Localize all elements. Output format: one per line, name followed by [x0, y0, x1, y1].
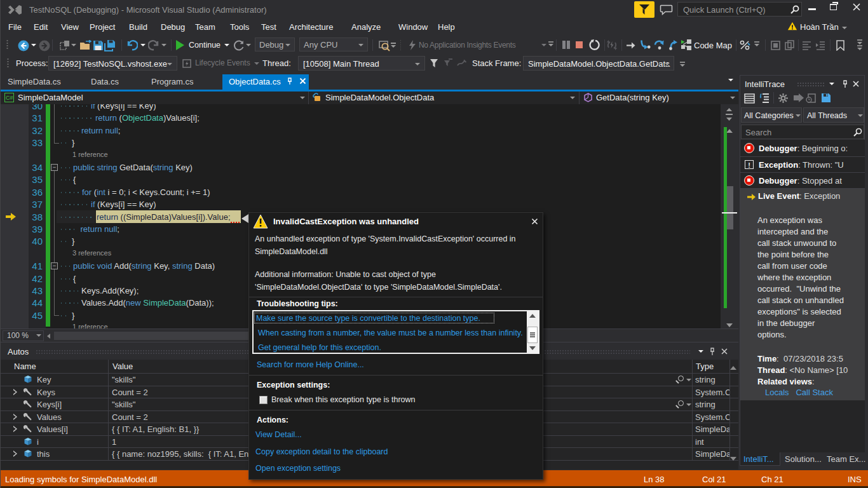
svg-text:C#: C#	[6, 95, 13, 101]
